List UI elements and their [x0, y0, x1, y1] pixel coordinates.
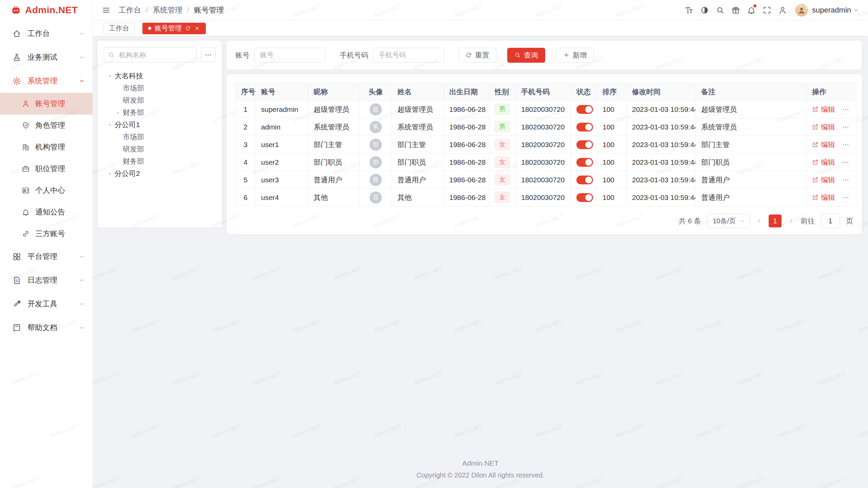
page-size-select[interactable]: 10条/页	[707, 214, 750, 228]
sidebar-item-log-management[interactable]: 日志管理	[0, 268, 93, 292]
goto-label: 前往	[801, 216, 815, 226]
sidebar-item-platform-management[interactable]: 平台管理	[0, 245, 93, 268]
edit-button[interactable]: 编辑	[812, 140, 835, 149]
goto-page-input[interactable]	[821, 214, 840, 228]
status-toggle[interactable]	[576, 158, 593, 167]
sidebar-subitem-personal-center[interactable]: 个人中心	[0, 180, 93, 201]
doc-icon	[12, 323, 21, 332]
cell-phone: 18020030720	[521, 141, 565, 148]
sidebar-item-workbench[interactable]: 工作台	[0, 22, 93, 45]
cell-nickname: 部门职员	[314, 158, 342, 166]
tab-workbench[interactable]: 工作台	[103, 23, 135, 34]
theme-button[interactable]	[697, 0, 712, 20]
table-row: 1superadmin超级管理员超超级管理员1986-06-28男1802003…	[236, 101, 856, 118]
more-actions-button[interactable]	[842, 106, 849, 113]
cell-account: admin	[261, 123, 280, 131]
more-actions-button[interactable]	[842, 194, 849, 201]
tab-close-button[interactable]	[194, 25, 200, 31]
status-toggle[interactable]	[576, 105, 593, 114]
tree-caret[interactable]	[105, 74, 115, 79]
phone-input[interactable]	[373, 48, 444, 63]
avatar-icon	[797, 6, 806, 15]
tree-caret[interactable]	[113, 110, 123, 115]
breadcrumb-item[interactable]: 账号管理	[194, 5, 224, 15]
edit-button[interactable]: 编辑	[812, 122, 835, 132]
org-search-input[interactable]	[104, 47, 197, 62]
breadcrumb-separator: /	[187, 6, 189, 15]
user-menu-chevron[interactable]	[853, 7, 859, 13]
more-actions-button[interactable]	[842, 141, 849, 148]
next-page-button[interactable]	[788, 218, 794, 224]
user-avatar[interactable]	[795, 4, 808, 17]
chevron-down-icon	[78, 30, 85, 37]
sidebar-item-business-test[interactable]: 业务测试	[0, 45, 93, 69]
collapse-sidebar-button[interactable]	[102, 6, 111, 15]
edit-button[interactable]: 编辑	[812, 158, 835, 167]
tree-node[interactable]: 研发部	[104, 94, 216, 106]
edit-button[interactable]: 编辑	[812, 175, 835, 185]
bell-button[interactable]	[744, 0, 759, 20]
cell-nickname: 超级管理员	[314, 105, 349, 113]
tree-node[interactable]: 研发部	[104, 143, 216, 155]
cell-index: 3	[243, 141, 248, 148]
username[interactable]: superadmin	[812, 6, 851, 15]
tree-node[interactable]: 分公司2	[104, 167, 216, 180]
tree-caret[interactable]	[105, 171, 115, 176]
query-button[interactable]: 查询	[507, 48, 545, 63]
status-toggle[interactable]	[576, 193, 593, 202]
table-row: 4user2部门职员部部门职员1986-06-28女18020030720100…	[236, 154, 856, 171]
sidebar-item-help-docs[interactable]: 帮助文档	[0, 316, 93, 340]
user-button[interactable]	[775, 0, 790, 20]
sidebar-subitem-role-management[interactable]: 角色管理	[0, 115, 93, 136]
sidebar-item-system-management[interactable]: 系统管理	[0, 69, 93, 93]
status-toggle[interactable]	[576, 176, 593, 184]
more-icon	[204, 51, 212, 59]
org-more-button[interactable]	[201, 47, 216, 62]
cell-account: superadmin	[261, 105, 298, 113]
cell-name: 普通用户	[397, 176, 426, 184]
sidebar-subitem-org-management[interactable]: 机构管理	[0, 136, 93, 158]
sidebar-item-dev-tools[interactable]: 开发工具	[0, 292, 93, 316]
tree-node[interactable]: 大名科技	[104, 70, 216, 82]
sidebar-subitem-position-management[interactable]: 职位管理	[0, 158, 93, 180]
sidebar-subitem-notice-announcement[interactable]: 通知公告	[0, 201, 93, 223]
status-toggle[interactable]	[576, 140, 593, 149]
tree-node[interactable]: 财务部	[104, 106, 216, 119]
tree-node[interactable]: 市场部	[104, 82, 216, 94]
account-input[interactable]	[254, 48, 326, 63]
grid-icon	[12, 252, 21, 261]
page-1-button[interactable]: 1	[769, 215, 782, 227]
reset-button[interactable]: 重置	[458, 48, 496, 63]
tab-refresh-button[interactable]	[185, 25, 191, 31]
more-icon	[842, 194, 849, 201]
gift-button[interactable]	[728, 0, 744, 20]
prev-page-button[interactable]	[756, 218, 763, 224]
edit-button[interactable]: 编辑	[812, 193, 835, 202]
sidebar-subitem-account-management[interactable]: 账号管理	[0, 93, 93, 115]
edit-button[interactable]: 编辑	[812, 105, 835, 114]
sidebar-subitem-third-party-account[interactable]: 三方账号	[0, 223, 93, 245]
tree-node[interactable]: 市场部	[104, 131, 216, 143]
table-row: 6user4其他其其他1986-06-28女180200307201002023…	[236, 189, 856, 206]
status-toggle[interactable]	[576, 123, 593, 131]
fullscreen-button[interactable]	[759, 0, 775, 20]
tree-node[interactable]: 财务部	[104, 155, 216, 167]
tree-node[interactable]: 分公司1	[104, 119, 216, 131]
more-actions-button[interactable]	[842, 176, 849, 184]
reset-button-label: 重置	[475, 50, 489, 60]
text-size-button[interactable]	[681, 0, 697, 20]
more-actions-button[interactable]	[842, 123, 849, 131]
sidebar-item-label: 系统管理	[27, 76, 72, 86]
tab-label: 工作台	[109, 24, 129, 33]
footer-copyright: Copyright © 2022 Dilon All rights reserv…	[93, 471, 868, 479]
search-button[interactable]	[712, 0, 728, 20]
more-actions-button[interactable]	[842, 159, 849, 166]
logo[interactable]: Admin.NET	[0, 0, 93, 20]
add-button[interactable]: 新增	[556, 48, 594, 63]
position-icon	[22, 165, 30, 173]
tab-account-management[interactable]: 账号管理	[142, 23, 206, 34]
breadcrumb-item[interactable]: 工作台	[119, 5, 141, 15]
tree-node-label: 分公司1	[115, 120, 140, 129]
breadcrumb-item[interactable]: 系统管理	[153, 5, 182, 15]
tree-caret[interactable]	[105, 122, 115, 127]
